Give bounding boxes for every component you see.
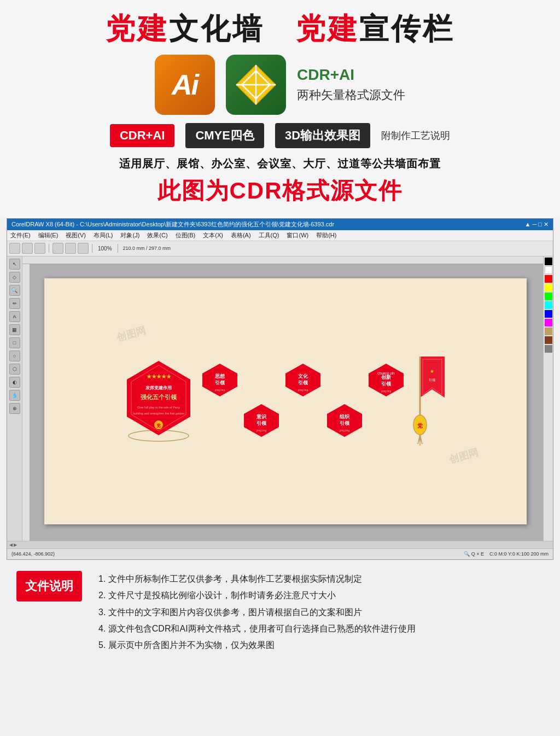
toolbar-new[interactable]: [9, 243, 20, 254]
toolbar-copy[interactable]: [65, 243, 76, 254]
cdr-title-text: CorelDRAW X8 (64-Bit) - C:\Users\Adminis…: [11, 220, 334, 229]
swatch-black[interactable]: [545, 258, 552, 265]
file-notes-list: 1. 文件中所标制作工艺仅供参考，具体制作工艺要根据实际情况制定 2. 文件尺寸…: [98, 571, 544, 654]
tag-cmye: CMYE四色: [185, 123, 264, 148]
tool-ellipse[interactable]: ○: [9, 351, 20, 361]
swatch-blue[interactable]: [545, 310, 552, 318]
main-title: 党建文化墙 党建宣传栏: [0, 11, 560, 46]
toolbar-zoom-label: 100%: [98, 246, 112, 252]
menu-view[interactable]: 视图(V): [66, 231, 86, 240]
ruler-left: [22, 264, 30, 541]
svg-text:Give full play to the role of : Give full play to the role of Party: [138, 406, 180, 409]
file-notes-label: 文件说明: [16, 571, 82, 602]
tags-row: CDR+AI CMYE四色 3D输出效果图 附制作工艺说明: [0, 123, 560, 148]
tool-rect[interactable]: □: [9, 337, 20, 348]
cdr-toolbox[interactable]: ↖ ◇ 🔍 ✏ A ▦ □ ○ ⬡ ◐ 💧 ⊕: [7, 256, 22, 541]
swatch-red[interactable]: [545, 275, 552, 283]
tool-poly[interactable]: ⬡: [9, 364, 20, 375]
menu-text[interactable]: 文本(X): [203, 231, 223, 240]
svg-text:引领: 引领: [340, 420, 350, 426]
title-part1: 党建: [106, 12, 169, 45]
menu-bitmap[interactable]: 位图(B): [176, 231, 196, 240]
menu-table[interactable]: 表格(A): [231, 231, 251, 240]
swatch-yellow[interactable]: [545, 284, 552, 291]
svg-text:引领: 引领: [381, 381, 392, 387]
note-4: 4. 源文件包含CDR和AI两种文件格式，使用者可自行选择自己熟悉的软件进行使用: [98, 621, 544, 637]
tool-shape[interactable]: ◇: [9, 272, 20, 283]
title-part4: 宣传栏: [359, 12, 454, 45]
menu-file[interactable]: 文件(E): [10, 231, 31, 240]
svg-text:ying  ling: ying ling: [256, 429, 267, 432]
menu-layout[interactable]: 布局(L): [94, 231, 113, 240]
tool-zoom[interactable]: 🔍: [9, 285, 20, 296]
format-text: CDR+AI 两种矢量格式源文件: [297, 66, 405, 103]
cdr-main-area: ↖ ◇ 🔍 ✏ A ▦ □ ○ ⬡ ◐ 💧 ⊕ 创图网 创图网: [7, 256, 553, 541]
menu-help[interactable]: 帮助(H): [316, 231, 336, 240]
zoom-status: 🔍 Q × E C:0 M:0 Y:0 K:100 200 mm: [464, 551, 549, 557]
svg-text:building and strengthen the fi: building and strengthen the five guides: [133, 412, 184, 415]
swatch-gray[interactable]: [545, 345, 552, 353]
svg-text:ying  ling: ying ling: [381, 389, 392, 393]
menu-object[interactable]: 对象(J): [120, 231, 139, 240]
menu-tool[interactable]: 工具(Q): [259, 231, 279, 240]
swatch-magenta[interactable]: [545, 319, 552, 326]
toolbar-save[interactable]: [34, 243, 45, 254]
cdr-titlebar: CorelDRAW X8 (64-Bit) - C:\Users\Adminis…: [7, 219, 553, 230]
hex-4: 意识引领ying ling: [242, 403, 281, 440]
subtitle: 适用展厅、展馆、办公室、会议室、大厅、过道等公共墙面布置: [0, 156, 560, 171]
tool-eyedrop[interactable]: 💧: [9, 390, 20, 401]
main-hex-svg: ★★★★★ 发挥党建作用 强化五个引领 Give full play to th…: [120, 357, 197, 444]
toolbar-size: 210.0 mm / 297.0 mm: [123, 246, 171, 251]
toolbar-paste[interactable]: [78, 243, 89, 254]
scroll-content: ◀ ▶: [9, 542, 17, 547]
screenshot-area: CorelDRAW X8 (64-Bit) - C:\Users\Adminis…: [7, 218, 553, 560]
menu-effect[interactable]: 效果(C): [147, 231, 167, 240]
swatch-cyan[interactable]: [545, 301, 552, 309]
svg-text:ying  ling: ying ling: [298, 388, 308, 392]
swatch-green[interactable]: [545, 293, 552, 300]
cdr-menubar[interactable]: 文件(E) 编辑(E) 视图(V) 布局(L) 对象(J) 效果(C) 位图(B…: [7, 230, 553, 241]
hex-grid: 思想引领ying ling 文化引领ying ling chuang xin创新…: [200, 362, 406, 441]
tool-freehand[interactable]: ✏: [9, 298, 20, 309]
format-line1: CDR+AI: [297, 66, 405, 84]
cdr-toolbar: 100% 210.0 mm / 297.0 mm: [7, 241, 553, 256]
menu-edit[interactable]: 编辑(E): [38, 231, 59, 240]
note-2: 2. 文件尺寸是投稿比例缩小设计，制作时请务必注意尺寸大小: [98, 587, 544, 604]
svg-text:党: 党: [156, 423, 161, 428]
tag-3d: 3D输出效果图: [275, 123, 370, 148]
tool-blend[interactable]: ⊕: [9, 403, 20, 414]
svg-text:引领: 引领: [429, 378, 435, 382]
white-canvas: 创图网 创图网: [44, 278, 527, 524]
svg-text:★★★★★: ★★★★★: [147, 373, 172, 379]
svg-text:组织: 组织: [339, 414, 350, 419]
icons-row: Ai CDR+AI 两种矢量格式源文件: [0, 55, 560, 115]
ai-icon: Ai: [155, 55, 215, 115]
note-5: 5. 展示页中所含图片并不为实物，仅为效果图: [98, 637, 544, 653]
main-hex-container: ★★★★★ 发挥党建作用 强化五个引领 Give full play to th…: [120, 357, 197, 446]
tool-fill[interactable]: ◐: [9, 377, 20, 388]
design-layout: ★★★★★ 发挥党建作用 强化五个引领 Give full play to th…: [56, 354, 515, 449]
ai-label: Ai: [172, 68, 198, 101]
watermark-1: 创图网: [115, 324, 147, 344]
tool-table[interactable]: ▦: [9, 324, 20, 335]
swatch-brown[interactable]: [545, 336, 552, 344]
watermark-2: 创图网: [448, 446, 480, 466]
cdr-main-label: 此图为CDR格式源文件: [0, 176, 560, 206]
toolbar-sep1: [49, 244, 49, 253]
toolbar-open[interactable]: [22, 243, 33, 254]
tag-cdr-ai: CDR+AI: [110, 124, 175, 147]
menu-window[interactable]: 窗口(W): [287, 231, 308, 240]
tag-craft: 附制作工艺说明: [381, 129, 450, 142]
svg-text:引领: 引领: [256, 420, 267, 426]
svg-text:意识: 意识: [256, 414, 267, 419]
tool-text[interactable]: A: [9, 311, 20, 322]
swatch-white[interactable]: [545, 266, 552, 274]
toolbar-sep2: [92, 244, 92, 253]
swatch-gold[interactable]: [545, 328, 552, 335]
cdr-scrollbar[interactable]: ◀ ▶: [7, 541, 553, 548]
toolbar-cut[interactable]: [52, 243, 63, 254]
title-part2: 文化墙: [169, 12, 264, 45]
cdr-statusbar: (646.424, -806.902) 🔍 Q × E C:0 M:0 Y:0 …: [7, 548, 553, 559]
cdr-canvas: 创图网 创图网: [22, 256, 543, 541]
tool-select[interactable]: ↖: [9, 259, 20, 270]
